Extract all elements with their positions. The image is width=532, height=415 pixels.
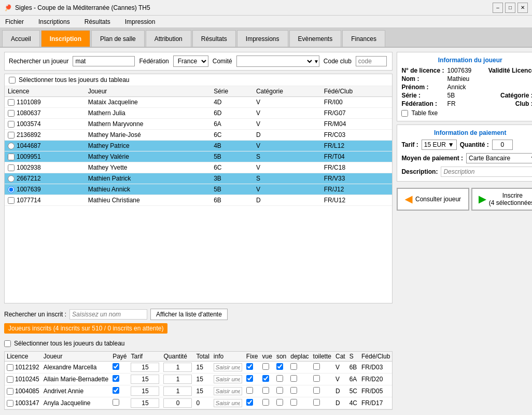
reg-checkbox[interactable]: [7, 364, 13, 371]
reg-son-checkbox[interactable]: [276, 375, 283, 382]
reg-qty-input[interactable]: [163, 375, 192, 384]
reg-qty-input[interactable]: [163, 363, 192, 372]
menu-impression[interactable]: Impression: [122, 17, 159, 26]
reg-paye-checkbox[interactable]: [113, 363, 119, 370]
tab-finances[interactable]: Finances: [342, 30, 385, 47]
menu-fichier[interactable]: Fichier: [2, 17, 27, 26]
maximize-button[interactable]: □: [505, 3, 515, 13]
reg-fixe-checkbox[interactable]: [246, 363, 253, 370]
reg-info-input[interactable]: [214, 387, 242, 395]
tab-inscription[interactable]: Inscription: [41, 30, 90, 47]
afficher-liste-button[interactable]: Afficher la liste d'attente: [150, 309, 228, 320]
tab-resultats[interactable]: Résultats: [192, 30, 236, 47]
reg-paye-checkbox[interactable]: [113, 375, 119, 382]
reg-info-input[interactable]: [214, 363, 242, 371]
inscrire-button[interactable]: ▶ Inscrire (4 sélectionnées): [471, 188, 532, 211]
player-checkbox[interactable]: [8, 99, 15, 106]
reg-table-row[interactable]: 1010245 Allain Marie-Bernadette 15 V 6A …: [5, 374, 392, 385]
reg-table-row[interactable]: 1012192 Alexandre Marcella 15 V 6B FR/D0…: [5, 362, 392, 374]
tab-plan-de-salle[interactable]: Plan de salle: [91, 30, 145, 47]
reg-table-row[interactable]: 1004085 Andrivet Annie 15 D 5C FR/D05: [5, 385, 392, 397]
quantity-input[interactable]: [492, 140, 513, 150]
table-fixe-checkbox[interactable]: [401, 110, 408, 117]
col-license: Licence: [5, 86, 85, 97]
table-row[interactable]: 1101089 Mataix Jacqueline 4D V FR/I00: [5, 97, 392, 108]
menu-resultats[interactable]: Résultats: [81, 17, 114, 26]
reg-fixe-checkbox[interactable]: [246, 399, 253, 406]
reg-paye-checkbox[interactable]: [113, 399, 119, 406]
federation-select[interactable]: France: [174, 56, 208, 66]
reg-son-checkbox[interactable]: [276, 363, 283, 370]
reg-tarif-input[interactable]: [131, 375, 159, 384]
moyen-dropdown[interactable]: Carte Bancaire ▼: [466, 153, 532, 163]
reg-checkbox[interactable]: [7, 376, 13, 383]
tab-evenements[interactable]: Evènements: [289, 30, 342, 47]
player-table-container[interactable]: Licence Joueur Série Catégorie Fédé/Club…: [5, 86, 392, 303]
table-row[interactable]: 1044687 Mathey Patrice 4B V FR/L12: [5, 141, 392, 151]
table-row[interactable]: 1007639 Mathieu Annick 5B V FR/J12: [5, 184, 392, 195]
reg-toilette-checkbox[interactable]: [313, 375, 320, 382]
menu-inscriptions[interactable]: Inscriptions: [35, 17, 73, 26]
reg-vue-checkbox[interactable]: [262, 375, 269, 382]
player-checkbox[interactable]: [8, 164, 15, 171]
reg-deplac-checkbox[interactable]: [290, 375, 297, 382]
select-all-checkbox[interactable]: [9, 77, 16, 84]
reg-info-input[interactable]: [214, 375, 242, 383]
reg-toilette-checkbox[interactable]: [313, 387, 320, 394]
reg-table-row[interactable]: 1003147 Anyla Jacqueline 0 D 4C FR/D17: [5, 397, 392, 409]
reg-tarif-input[interactable]: [131, 363, 159, 372]
reg-deplac-checkbox[interactable]: [290, 363, 297, 370]
tarif-dropdown[interactable]: 15 EUR ▼: [422, 140, 457, 150]
reg-vue-checkbox[interactable]: [262, 387, 269, 394]
reg-deplac-checkbox[interactable]: [290, 387, 297, 394]
reg-license: 1003147: [5, 397, 41, 409]
search-input[interactable]: [73, 56, 135, 66]
reg-vue-checkbox[interactable]: [262, 363, 269, 370]
reg-license: 1004085: [5, 385, 41, 397]
inscrit-input[interactable]: [69, 309, 147, 320]
reg-paye-checkbox[interactable]: [113, 387, 119, 394]
federation-dropdown[interactable]: France: [173, 56, 208, 67]
select-all-bottom-checkbox[interactable]: [4, 340, 11, 347]
comite-select[interactable]: [237, 56, 314, 66]
code-club-input[interactable]: [356, 56, 387, 66]
tab-impressions[interactable]: Impressions: [237, 30, 288, 47]
reg-son-checkbox[interactable]: [276, 387, 283, 394]
reg-fixe-checkbox[interactable]: [246, 387, 253, 394]
reg-vue-checkbox[interactable]: [262, 399, 269, 406]
reg-tarif-input[interactable]: [131, 386, 159, 396]
table-row[interactable]: 1080637 Mathern Julia 6D V FR/G07: [5, 108, 392, 119]
player-radio[interactable]: [8, 175, 15, 182]
close-button[interactable]: ✕: [517, 3, 528, 13]
reg-checkbox[interactable]: [7, 400, 13, 407]
table-row[interactable]: 2667212 Mathien Patrick 3B S FR/V33: [5, 173, 392, 184]
player-checkbox[interactable]: [8, 121, 15, 128]
player-checkbox[interactable]: [8, 197, 15, 204]
reg-qty-input[interactable]: [163, 386, 192, 396]
tab-attribution[interactable]: Attribution: [146, 30, 191, 47]
table-row[interactable]: 1077714 Mathieu Christiane 6B D FR/U12: [5, 195, 392, 206]
player-checkbox[interactable]: [8, 154, 15, 160]
consulter-button[interactable]: ◀ Consulter joueur: [397, 188, 469, 211]
player-radio[interactable]: [8, 186, 15, 193]
reg-deplac-checkbox[interactable]: [290, 399, 297, 406]
description-input[interactable]: [441, 167, 532, 177]
comite-dropdown[interactable]: ▼: [236, 56, 319, 67]
reg-info-input[interactable]: [214, 399, 242, 407]
reg-toilette-checkbox[interactable]: [313, 399, 320, 406]
reg-toilette-checkbox[interactable]: [313, 363, 320, 370]
reg-checkbox[interactable]: [7, 388, 13, 395]
minimize-button[interactable]: –: [493, 3, 503, 13]
player-checkbox[interactable]: [8, 110, 15, 117]
reg-tarif-input[interactable]: [131, 398, 159, 408]
reg-son-checkbox[interactable]: [276, 399, 283, 406]
player-radio[interactable]: [8, 143, 15, 149]
tab-accueil[interactable]: Accueil: [2, 30, 40, 47]
reg-fixe-checkbox[interactable]: [246, 375, 253, 382]
table-row[interactable]: 1002938 Mathey Yvette 6C V FR/C18: [5, 162, 392, 173]
player-checkbox[interactable]: [8, 132, 15, 139]
table-row[interactable]: 1009951 Mathey Valérie 5B S FR/T04: [5, 151, 392, 162]
reg-qty-input[interactable]: [163, 398, 192, 408]
table-row[interactable]: 2136892 Mathey Marie-José 6C D FR/C03: [5, 130, 392, 141]
table-row[interactable]: 1003574 Mathern Maryvonne 6A V FR/M04: [5, 119, 392, 130]
